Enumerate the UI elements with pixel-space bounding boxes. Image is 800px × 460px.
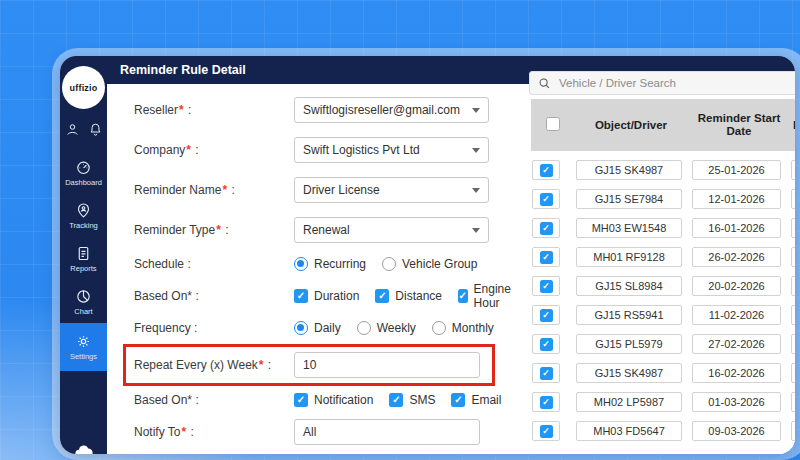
reminder-start-date-cell: 27-02-2026 — [692, 334, 781, 354]
form-row-reminder-type: Reminder Type* :Renewal — [134, 217, 519, 243]
field-label-reminder-name: Reminder Name* : — [134, 183, 294, 197]
row-checkbox[interactable]: ✓ — [540, 164, 553, 177]
option-label: Notification — [314, 393, 373, 407]
notify-to-input[interactable]: All — [294, 419, 480, 445]
column-header-reminder-start-date: Reminder Start Date — [695, 112, 783, 138]
clipped-cell — [791, 363, 795, 383]
form-row-company: Company* :Swift Logistics Pvt Ltd — [134, 137, 519, 163]
based-on-channel-option-sms: ✓SMS — [389, 393, 435, 407]
field-label-based-on-channel: Based On* : — [134, 393, 294, 407]
brand-logo[interactable]: uffizio — [62, 66, 105, 109]
checkbox-email[interactable]: ✓ — [451, 393, 465, 407]
radio-vehicle-group[interactable] — [382, 257, 396, 271]
sidebar: uffizio DashboardTrackingReportsChartSet… — [60, 56, 107, 454]
sidebar-item-dashboard[interactable]: Dashboard — [60, 151, 107, 194]
reseller-select[interactable]: Swiftlogisreseller@gmail.com — [294, 97, 489, 123]
reminder-start-date-cell: 20-02-2026 — [692, 276, 781, 296]
frequency-options: DailyWeeklyMonthly — [294, 321, 494, 335]
speedometer-icon — [75, 159, 92, 176]
radio-weekly[interactable] — [357, 321, 371, 335]
option-label: Monthly — [452, 321, 494, 335]
reminder-name-select[interactable]: Driver License — [294, 177, 489, 203]
report-doc-icon — [75, 245, 92, 262]
reminder-start-date-cell: 25-01-2026 — [692, 160, 781, 180]
table-row: ✓MH03 EW154816-01-2026 — [529, 218, 795, 238]
required-asterisk: * — [186, 143, 191, 157]
table-row: ✓GJ15 SE798412-01-2026 — [529, 189, 795, 209]
form-row-based-on-channel: Based On* :✓Notification✓SMS✓Email — [134, 393, 519, 407]
option-label: SMS — [409, 393, 435, 407]
field-label-based-on-metric: Based On* : — [134, 289, 294, 303]
table-row: ✓MH02 LP598701-03-2026 — [529, 392, 795, 412]
sidebar-item-label: Dashboard — [65, 178, 102, 187]
sidebar-item-chart[interactable]: Chart — [60, 280, 107, 323]
search-icon — [538, 77, 551, 90]
checkbox-sms[interactable]: ✓ — [389, 393, 403, 407]
option-label: Duration — [314, 289, 359, 303]
app-background: uffizio DashboardTrackingReportsChartSet… — [0, 0, 800, 460]
row-checkbox[interactable]: ✓ — [540, 425, 553, 438]
row-checkbox[interactable]: ✓ — [540, 338, 553, 351]
user-icon[interactable] — [65, 122, 80, 137]
row-checkbox[interactable]: ✓ — [540, 222, 553, 235]
reminder-start-date-cell: 09-03-2026 — [692, 421, 781, 441]
radio-recurring[interactable] — [294, 257, 308, 271]
row-checkbox-cell: ✓ — [532, 218, 560, 238]
row-checkbox-cell: ✓ — [532, 334, 560, 354]
object-driver-cell: MH03 FD5647 — [576, 421, 682, 441]
sidebar-item-reports[interactable]: Reports — [60, 237, 107, 280]
row-checkbox[interactable]: ✓ — [540, 367, 553, 380]
option-label: Vehicle Group — [402, 257, 477, 271]
reminder-type-select[interactable]: Renewal — [294, 217, 489, 243]
page-title: Reminder Rule Detail — [120, 63, 246, 77]
row-checkbox-cell: ✓ — [532, 189, 560, 209]
row-checkbox-cell: ✓ — [532, 392, 560, 412]
reminder-type-selected-value: Renewal — [303, 223, 350, 237]
chevron-down-icon — [472, 188, 480, 193]
vehicle-driver-search-input[interactable]: Vehicle / Driver Search — [529, 71, 795, 95]
sidebar-item-settings[interactable]: Settings — [60, 323, 107, 371]
checkbox-duration[interactable]: ✓ — [294, 289, 308, 303]
radio-daily[interactable] — [294, 321, 308, 335]
radio-monthly[interactable] — [432, 321, 446, 335]
object-driver-cell: GJ15 PL5979 — [576, 334, 682, 354]
reminder-start-date-cell: 16-01-2026 — [692, 218, 781, 238]
row-checkbox[interactable]: ✓ — [540, 251, 553, 264]
sidebar-item-label: Tracking — [69, 221, 97, 230]
required-asterisk: * — [181, 425, 186, 439]
clipped-cell — [791, 189, 795, 209]
row-checkbox[interactable]: ✓ — [540, 396, 553, 409]
clipped-cell — [791, 276, 795, 296]
option-label: Email — [471, 393, 501, 407]
window-frame: uffizio DashboardTrackingReportsChartSet… — [52, 48, 800, 460]
clipped-cell — [791, 392, 795, 412]
based-on-channel-options: ✓Notification✓SMS✓Email — [294, 393, 501, 407]
field-label-reseller: Reseller* : — [134, 103, 294, 117]
chevron-down-icon — [472, 148, 480, 153]
bell-icon[interactable] — [88, 122, 103, 137]
checkbox-notification[interactable]: ✓ — [294, 393, 308, 407]
select-all-checkbox[interactable] — [546, 117, 560, 131]
company-select[interactable]: Swift Logistics Pvt Ltd — [294, 137, 489, 163]
row-checkbox[interactable]: ✓ — [540, 193, 553, 206]
checkbox-distance[interactable]: ✓ — [375, 289, 389, 303]
field-label-notify-to: Notify To* : — [134, 425, 294, 439]
sidebar-top-icons — [60, 122, 107, 137]
frequency-option-monthly: Monthly — [432, 321, 494, 335]
object-driver-cell: MH01 RF9128 — [576, 247, 682, 267]
table-row: ✓MH01 RF912826-02-2026 — [529, 247, 795, 267]
required-asterisk: * — [179, 103, 184, 117]
repeat-every-week-input[interactable]: 10 — [294, 352, 480, 378]
column-header-clipped: D — [793, 119, 795, 131]
pie-chart-icon — [75, 288, 92, 305]
field-label-frequency: Frequency : — [134, 321, 294, 335]
sidebar-item-tracking[interactable]: Tracking — [60, 194, 107, 237]
frequency-option-weekly: Weekly — [357, 321, 416, 335]
row-checkbox[interactable]: ✓ — [540, 309, 553, 322]
row-checkbox[interactable]: ✓ — [540, 280, 553, 293]
checkbox-engine-hour[interactable]: ✓ — [458, 289, 468, 303]
field-label-company: Company* : — [134, 143, 294, 157]
main-content: Reminder Rule Detail Reseller* :Swiftlog… — [107, 56, 795, 454]
row-checkbox-cell: ✓ — [532, 363, 560, 383]
form-row-based-on-metric: Based On* :✓Duration✓Distance✓Engine Hou… — [134, 282, 519, 310]
